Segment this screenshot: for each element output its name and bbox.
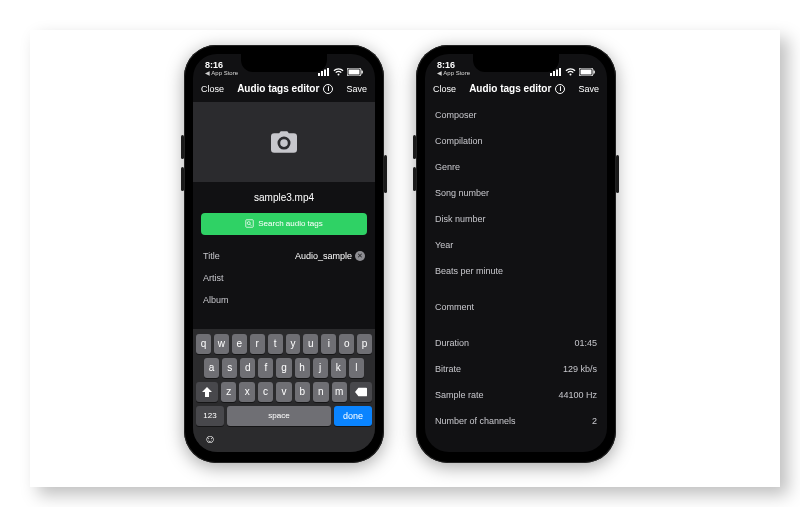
key-j[interactable]: j bbox=[313, 358, 328, 378]
save-button[interactable]: Save bbox=[578, 84, 599, 94]
key-n[interactable]: n bbox=[313, 382, 328, 402]
info-number-of-channels-label: Number of channels bbox=[435, 416, 516, 426]
field-album-label: Album bbox=[203, 295, 229, 305]
field-artist[interactable]: Artist bbox=[193, 267, 375, 289]
info-duration-label: Duration bbox=[435, 338, 469, 348]
field-year[interactable]: Year bbox=[425, 232, 607, 258]
save-button[interactable]: Save bbox=[346, 84, 367, 94]
status-back-to-app[interactable]: ◀ App Store bbox=[205, 70, 238, 76]
backspace-key[interactable] bbox=[350, 382, 372, 402]
info-duration-value: 01:45 bbox=[574, 338, 597, 348]
field-compilation-label: Compilation bbox=[435, 136, 483, 146]
key-e[interactable]: e bbox=[232, 334, 247, 354]
info-bitrate: Bitrate129 kb/s bbox=[425, 356, 607, 382]
info-sample-rate-value: 44100 Hz bbox=[558, 390, 597, 400]
key-z[interactable]: z bbox=[221, 382, 236, 402]
key-a[interactable]: a bbox=[204, 358, 219, 378]
shift-key[interactable] bbox=[196, 382, 218, 402]
key-p[interactable]: p bbox=[357, 334, 372, 354]
key-l[interactable]: l bbox=[349, 358, 364, 378]
key-t[interactable]: t bbox=[268, 334, 283, 354]
key-h[interactable]: h bbox=[295, 358, 310, 378]
key-q[interactable]: q bbox=[196, 334, 211, 354]
phones-container: 8:16 ◀ App Store Close Audio tags editor… bbox=[0, 0, 800, 507]
key-x[interactable]: x bbox=[239, 382, 254, 402]
key-i[interactable]: i bbox=[321, 334, 336, 354]
field-title[interactable]: Title Audio_sample ✕ bbox=[193, 245, 375, 267]
nav-bar: Close Audio tags editor i Save bbox=[193, 76, 375, 102]
content-right[interactable]: ComposerCompilationGenreSong numberDisk … bbox=[425, 102, 607, 452]
done-key[interactable]: done bbox=[334, 406, 372, 426]
info-sample-rate: Sample rate44100 Hz bbox=[425, 382, 607, 408]
space-key[interactable]: space bbox=[227, 406, 331, 426]
field-title-value: Audio_sample bbox=[295, 251, 352, 261]
keyboard: qwertyuiop asdfghjkl zxcvbnm 123 space d… bbox=[193, 329, 375, 452]
key-c[interactable]: c bbox=[258, 382, 273, 402]
search-tags-icon bbox=[245, 219, 254, 228]
field-album[interactable]: Album bbox=[193, 289, 375, 311]
key-s[interactable]: s bbox=[222, 358, 237, 378]
close-button[interactable]: Close bbox=[201, 84, 224, 94]
key-m[interactable]: m bbox=[332, 382, 347, 402]
key-d[interactable]: d bbox=[240, 358, 255, 378]
key-r[interactable]: r bbox=[250, 334, 265, 354]
keyboard-row-4: 123 space done bbox=[196, 406, 372, 426]
field-artist-label: Artist bbox=[203, 273, 224, 283]
info-icon[interactable]: i bbox=[323, 84, 333, 94]
wifi-icon bbox=[565, 68, 576, 76]
field-disk-number[interactable]: Disk number bbox=[425, 206, 607, 232]
key-v[interactable]: v bbox=[276, 382, 291, 402]
field-composer-label: Composer bbox=[435, 110, 477, 120]
svg-rect-6 bbox=[362, 70, 363, 73]
page-title-text: Audio tags editor bbox=[469, 83, 551, 94]
close-button[interactable]: Close bbox=[433, 84, 456, 94]
key-f[interactable]: f bbox=[258, 358, 273, 378]
numbers-key[interactable]: 123 bbox=[196, 406, 224, 426]
wifi-icon bbox=[333, 68, 344, 76]
field-compilation[interactable]: Compilation bbox=[425, 128, 607, 154]
keyboard-row-3: zxcvbnm bbox=[196, 382, 372, 402]
cover-art-placeholder[interactable] bbox=[193, 102, 375, 182]
notch bbox=[241, 54, 327, 72]
svg-rect-16 bbox=[594, 70, 595, 73]
phone-left: 8:16 ◀ App Store Close Audio tags editor… bbox=[184, 45, 384, 463]
field-song-number[interactable]: Song number bbox=[425, 180, 607, 206]
svg-rect-5 bbox=[349, 69, 360, 74]
key-b[interactable]: b bbox=[295, 382, 310, 402]
status-back-to-app[interactable]: ◀ App Store bbox=[437, 70, 470, 76]
search-audio-tags-label: Search audio tags bbox=[258, 219, 323, 228]
info-bitrate-label: Bitrate bbox=[435, 364, 461, 374]
key-k[interactable]: k bbox=[331, 358, 346, 378]
field-comment[interactable]: Comment bbox=[425, 294, 607, 320]
key-w[interactable]: w bbox=[214, 334, 229, 354]
field-composer[interactable]: Composer bbox=[425, 102, 607, 128]
svg-rect-13 bbox=[559, 68, 561, 76]
page-title: Audio tags editor i bbox=[469, 83, 565, 94]
power-button bbox=[616, 155, 619, 193]
key-y[interactable]: y bbox=[286, 334, 301, 354]
field-beats-per-minute[interactable]: Beats per minute bbox=[425, 258, 607, 284]
key-u[interactable]: u bbox=[303, 334, 318, 354]
clear-text-icon[interactable]: ✕ bbox=[355, 251, 365, 261]
field-year-label: Year bbox=[435, 240, 453, 250]
info-icon[interactable]: i bbox=[555, 84, 565, 94]
volume-up-button bbox=[413, 135, 416, 159]
page-title-text: Audio tags editor bbox=[237, 83, 319, 94]
key-g[interactable]: g bbox=[276, 358, 291, 378]
volume-down-button bbox=[181, 167, 184, 191]
key-o[interactable]: o bbox=[339, 334, 354, 354]
phone-right: 8:16 ◀ App Store Close Audio tags editor… bbox=[416, 45, 616, 463]
status-time: 8:16 bbox=[205, 61, 238, 70]
notch bbox=[473, 54, 559, 72]
search-audio-tags-button[interactable]: Search audio tags bbox=[201, 213, 367, 235]
battery-icon bbox=[347, 68, 363, 76]
svg-line-9 bbox=[250, 224, 252, 226]
status-icons bbox=[318, 68, 363, 76]
field-genre[interactable]: Genre bbox=[425, 154, 607, 180]
content-left: sample3.mp4 Search audio tags Title Audi… bbox=[193, 102, 375, 452]
screen-left: 8:16 ◀ App Store Close Audio tags editor… bbox=[193, 54, 375, 452]
emoji-key[interactable]: ☺ bbox=[204, 432, 216, 446]
screen-right: 8:16 ◀ App Store Close Audio tags editor… bbox=[425, 54, 607, 452]
power-button bbox=[384, 155, 387, 193]
info-bitrate-value: 129 kb/s bbox=[563, 364, 597, 374]
